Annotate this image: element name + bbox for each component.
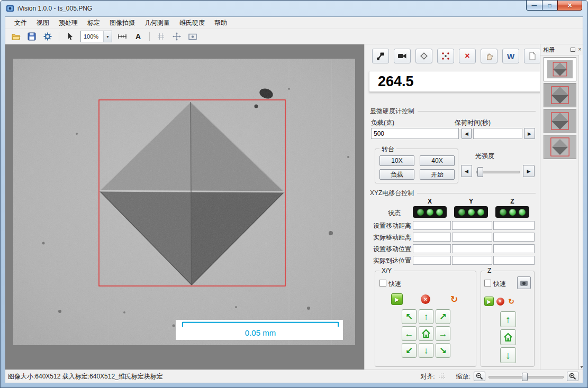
- export-word-button[interactable]: W: [502, 49, 519, 63]
- hold-time-increase-button[interactable]: ▶: [524, 128, 535, 139]
- control-panel: × W: [364, 44, 540, 369]
- z-stop-button[interactable]: ×: [495, 297, 505, 306]
- z-config-button[interactable]: [517, 276, 531, 289]
- album-thumbnail-4[interactable]: [544, 135, 576, 159]
- xy-home-button[interactable]: [419, 326, 433, 341]
- menu-preprocess[interactable]: 预处理: [54, 17, 83, 29]
- light-decrease-button[interactable]: ◀: [461, 165, 472, 177]
- turret-10x-button[interactable]: 10X: [379, 155, 414, 166]
- jog-down-right-button[interactable]: ↘: [436, 343, 450, 358]
- menu-file[interactable]: 文件: [10, 17, 32, 29]
- menu-geometry[interactable]: 几何测量: [140, 17, 175, 29]
- settings-button[interactable]: [40, 30, 55, 43]
- jog-right-button[interactable]: →: [436, 326, 450, 341]
- z-fast-checkbox[interactable]: [484, 280, 491, 287]
- align-grid-icon[interactable]: [438, 372, 447, 381]
- save-button[interactable]: [24, 30, 39, 43]
- video-camera-icon: [397, 51, 407, 61]
- set-distance-z-input[interactable]: [493, 221, 535, 230]
- light-slider-thumb[interactable]: [477, 167, 483, 177]
- report-page-button[interactable]: [524, 49, 541, 63]
- turret-load-button[interactable]: 负载: [379, 169, 414, 180]
- actual-position-x-input[interactable]: [413, 256, 451, 265]
- open-file-button[interactable]: [8, 30, 23, 43]
- jog-down-left-button[interactable]: ↙: [402, 343, 417, 358]
- album-close-button[interactable]: ×: [576, 47, 583, 53]
- zoom-slider-thumb[interactable]: [522, 373, 528, 381]
- menu-capture[interactable]: 图像拍摄: [105, 17, 140, 29]
- camera-button[interactable]: [394, 49, 411, 63]
- zoom-slider[interactable]: [489, 372, 564, 381]
- thumbnail-image: [544, 135, 576, 159]
- menu-calibration[interactable]: 标定: [83, 17, 105, 29]
- z-jog-up-button[interactable]: ↑: [500, 311, 516, 327]
- set-position-z-input[interactable]: [493, 244, 535, 253]
- stage-connect-button[interactable]: [372, 49, 389, 63]
- z-jog-down-button[interactable]: ↓: [500, 347, 516, 363]
- select-tool-button[interactable]: [63, 30, 78, 43]
- menu-help[interactable]: 帮助: [210, 17, 232, 29]
- album-thumbnail-2[interactable]: [544, 83, 576, 107]
- close-button[interactable]: ×: [557, 1, 582, 11]
- menu-view[interactable]: 视图: [32, 17, 54, 29]
- menu-vickers[interactable]: 维氏硬度: [175, 17, 210, 29]
- blank-page-icon: [528, 51, 537, 61]
- capture-frame-button[interactable]: [185, 30, 200, 43]
- crosshair-move-icon: [173, 32, 181, 41]
- jog-up-button[interactable]: ↑: [419, 309, 433, 324]
- z-run-button[interactable]: ▶: [484, 297, 494, 306]
- xy-reset-button[interactable]: ↻: [448, 293, 460, 305]
- actual-distance-z-input[interactable]: [493, 233, 535, 242]
- album-thumbnail-3[interactable]: [544, 109, 576, 133]
- z-home-button[interactable]: [500, 329, 516, 345]
- pan-tool-button[interactable]: [481, 49, 497, 63]
- turret-40x-button[interactable]: 40X: [420, 155, 455, 166]
- load-input[interactable]: [371, 128, 459, 139]
- text-annotation-button[interactable]: A: [131, 30, 146, 43]
- set-distance-row: 设置移动距离: [365, 221, 540, 230]
- scroll-down-arrow[interactable]: [580, 366, 583, 368]
- album-title: 相册: [543, 46, 569, 54]
- measure-points-button[interactable]: [437, 49, 454, 63]
- set-position-x-input[interactable]: [413, 244, 451, 253]
- y-status-leds: [454, 206, 488, 218]
- title-bar[interactable]: iVision 1.0.0 - ts_005.PNG — □ ×: [1, 1, 587, 16]
- light-increase-button[interactable]: ▶: [523, 165, 535, 177]
- actual-distance-x-input[interactable]: [413, 233, 451, 242]
- measure-tool-button[interactable]: [115, 30, 130, 43]
- minimize-button[interactable]: —: [526, 1, 542, 11]
- xy-fast-checkbox[interactable]: [379, 280, 386, 287]
- indent-measure-button[interactable]: [415, 49, 432, 63]
- delete-measure-button[interactable]: ×: [459, 49, 476, 63]
- hold-time-decrease-button[interactable]: ◀: [462, 128, 472, 139]
- z-reset-button[interactable]: ↻: [506, 297, 516, 306]
- maximize-button[interactable]: □: [542, 1, 557, 11]
- crosshair-button[interactable]: [169, 30, 184, 43]
- start-button[interactable]: 开始: [420, 169, 455, 180]
- set-distance-x-input[interactable]: [413, 221, 451, 230]
- arrow-down-icon: ↓: [424, 346, 429, 355]
- jog-up-right-button[interactable]: ↗: [436, 309, 450, 324]
- jog-up-left-button[interactable]: ↖: [402, 309, 417, 324]
- arrow-down-right-icon: ↘: [439, 346, 447, 355]
- actual-distance-y-input[interactable]: [452, 233, 492, 242]
- zoom-in-button[interactable]: [567, 372, 578, 381]
- jog-down-button[interactable]: ↓: [419, 343, 433, 358]
- grid-overlay-button[interactable]: [153, 30, 168, 43]
- microscope-image[interactable]: 0.05 mm: [13, 59, 355, 345]
- hold-time-input[interactable]: [473, 128, 522, 139]
- set-distance-y-input[interactable]: [452, 221, 492, 230]
- actual-position-y-input[interactable]: [452, 256, 492, 265]
- xy-stop-button[interactable]: ×: [420, 293, 431, 305]
- zoom-out-button[interactable]: [474, 372, 485, 381]
- album-scrollbar[interactable]: [578, 55, 583, 369]
- magnifier-plus-icon: [569, 373, 576, 380]
- actual-position-z-input[interactable]: [493, 256, 535, 265]
- jog-left-button[interactable]: ←: [402, 326, 417, 341]
- set-position-y-input[interactable]: [452, 244, 492, 253]
- album-float-button[interactable]: [569, 47, 576, 53]
- album-thumbnail-1[interactable]: [544, 57, 576, 81]
- xy-run-button[interactable]: ▶: [391, 293, 403, 305]
- zoom-level-combobox[interactable]: 100% ▼: [80, 31, 112, 42]
- chevron-down-icon[interactable]: ▼: [103, 31, 112, 42]
